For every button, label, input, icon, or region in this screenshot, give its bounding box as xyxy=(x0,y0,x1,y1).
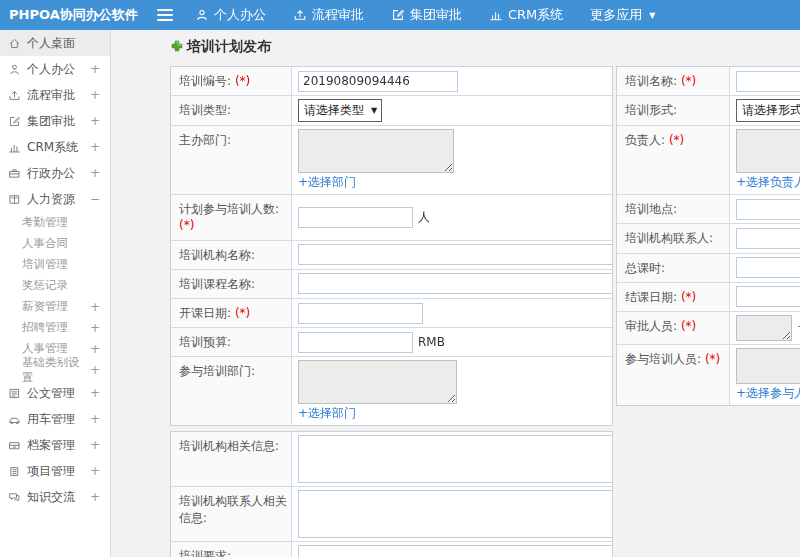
field-label: 主办部门: xyxy=(171,126,292,194)
training-name-input[interactable] xyxy=(736,71,800,92)
training-location-input[interactable] xyxy=(736,199,800,220)
training-org-contact-info-textarea[interactable] xyxy=(298,490,612,538)
topnav-label: 个人办公 xyxy=(214,6,266,24)
edit-icon xyxy=(8,115,21,128)
field-label: 培训机构联系人相关信息: xyxy=(171,487,292,541)
form-table-right: 培训名称: (*)培训形式:请选择形式▼负责人: (*)+选择负责人培训地点:培… xyxy=(616,66,800,406)
sidebar-item-hr-contract[interactable]: 人事合同 xyxy=(0,233,110,254)
expand-icon[interactable]: + xyxy=(90,140,100,154)
sidebar-item-admin-office[interactable]: 行政办公+ xyxy=(0,160,110,186)
sidebar-item-label: 基础类别设置 xyxy=(22,355,90,385)
field-label: 开课日期: (*) xyxy=(171,299,292,327)
approvers-picker-box[interactable] xyxy=(736,315,792,341)
expand-icon[interactable]: + xyxy=(90,412,100,426)
field-label-text: 培训机构名称: xyxy=(179,248,255,262)
topnav-label: 流程审批 xyxy=(312,6,364,24)
sidebar-item-vehicle-mgmt[interactable]: 用车管理+ xyxy=(0,406,110,432)
host-department-picker-box[interactable] xyxy=(298,129,454,173)
sidebar-item-group-approval[interactable]: 集团审批+ xyxy=(0,108,110,134)
chat-icon xyxy=(8,491,21,504)
topnav-more-apps[interactable]: 更多应用▼ xyxy=(590,6,655,24)
collapse-icon[interactable]: − xyxy=(90,192,100,206)
host-department-picker-link[interactable]: +选择部门 xyxy=(298,174,356,191)
training-type-select[interactable]: 请选择类型▼ xyxy=(298,99,382,122)
expand-icon[interactable]: + xyxy=(90,300,100,314)
app-brand: PHPOA协同办公软件 xyxy=(0,6,147,24)
total-class-hours-input[interactable] xyxy=(736,257,800,278)
form-row-training-type: 培训类型:请选择类型▼ xyxy=(171,96,612,126)
doc-icon xyxy=(8,387,21,400)
sidebar-item-training-mgmt[interactable]: 培训管理 xyxy=(0,254,110,275)
field-label-text: 培训机构相关信息: xyxy=(179,439,279,453)
sidebar-item-crm-system[interactable]: CRM系统+ xyxy=(0,134,110,160)
training-number-input[interactable] xyxy=(298,71,458,92)
training-org-info-textarea[interactable] xyxy=(298,435,612,483)
field-label-text: 负责人: xyxy=(625,133,665,147)
field-label: 计划参与培训人数: (*) xyxy=(171,195,292,239)
sidebar-item-knowledge-exchange[interactable]: 知识交流+ xyxy=(0,484,110,510)
topnav-crm-system[interactable]: CRM系统 xyxy=(489,6,563,24)
sidebar-item-label: 考勤管理 xyxy=(22,215,68,230)
field-label: 总课时: xyxy=(617,254,730,282)
sidebar-item-label: CRM系统 xyxy=(27,139,78,156)
expand-icon[interactable]: + xyxy=(90,342,100,356)
sidebar-item-document-mgmt[interactable]: 公文管理+ xyxy=(0,380,110,406)
field-label: 培训要求: xyxy=(171,542,292,557)
training-participants-picker-box[interactable] xyxy=(736,348,800,384)
sidebar: 个人桌面个人办公+流程审批+集团审批+CRM系统+行政办公+人力资源−考勤管理人… xyxy=(0,30,111,557)
topnav-label: 集团审批 xyxy=(410,6,462,24)
expand-icon[interactable]: + xyxy=(90,464,100,478)
start-date-input[interactable] xyxy=(298,303,423,324)
participating-departments-picker-link[interactable]: +选择部门 xyxy=(298,405,356,422)
menu-toggle-icon[interactable] xyxy=(157,9,173,21)
sidebar-item-personal-office[interactable]: 个人办公+ xyxy=(0,56,110,82)
expand-icon[interactable]: + xyxy=(90,166,100,180)
expand-icon[interactable]: + xyxy=(90,363,100,377)
training-participants-picker-link[interactable]: +选择参与人员 xyxy=(736,385,800,402)
expand-icon[interactable]: + xyxy=(90,88,100,102)
field-label: 参与培训部门: xyxy=(171,357,292,425)
expand-icon[interactable]: + xyxy=(90,438,100,452)
training-requirements-textarea[interactable] xyxy=(298,545,612,557)
person-in-charge-picker-box[interactable] xyxy=(736,129,800,173)
topnav-personal-office[interactable]: 个人办公 xyxy=(195,6,266,24)
field-label: 培训机构相关信息: xyxy=(171,432,292,486)
end-date-input[interactable] xyxy=(736,286,800,307)
expand-icon[interactable]: + xyxy=(90,490,100,504)
expand-icon[interactable]: + xyxy=(90,114,100,128)
sidebar-item-workflow-approval[interactable]: 流程审批+ xyxy=(0,82,110,108)
expand-icon[interactable]: + xyxy=(90,321,100,335)
training-budget-input[interactable] xyxy=(298,332,413,353)
expand-icon[interactable]: + xyxy=(90,62,100,76)
sidebar-item-salary-mgmt[interactable]: 薪资管理+ xyxy=(0,296,110,317)
topnav-workflow-approval[interactable]: 流程审批 xyxy=(293,6,364,24)
sidebar-item-recruit-mgmt[interactable]: 招聘管理+ xyxy=(0,317,110,338)
training-plan-form: 培训编号: (*)培训类型:请选择类型▼主办部门:+选择部门计划参与培训人数: … xyxy=(170,66,800,557)
field-label: 培训类型: xyxy=(171,96,292,125)
topnav-group-approval[interactable]: 集团审批 xyxy=(391,6,462,24)
sidebar-item-base-category-setting[interactable]: 基础类别设置+ xyxy=(0,359,110,380)
sidebar-item-personal-desktop[interactable]: 个人桌面 xyxy=(0,30,110,56)
sidebar-item-attendance-mgmt[interactable]: 考勤管理 xyxy=(0,212,110,233)
expand-icon[interactable]: + xyxy=(90,386,100,400)
sidebar-item-archive-mgmt[interactable]: 档案管理+ xyxy=(0,432,110,458)
sidebar-item-label: 个人办公 xyxy=(27,61,75,78)
person-in-charge-picker-link[interactable]: +选择负责人 xyxy=(736,174,800,191)
upload-icon xyxy=(293,8,307,22)
field-label: 培训形式: xyxy=(617,96,730,125)
form-row-person-in-charge: 负责人: (*)+选择负责人 xyxy=(617,126,800,195)
training-org-contact-input[interactable] xyxy=(736,228,800,249)
participating-departments-picker-box[interactable] xyxy=(298,360,457,404)
book-icon xyxy=(8,193,21,206)
training-org-name-input[interactable] xyxy=(298,244,612,265)
input-suffix: RMB xyxy=(418,335,445,349)
training-form-select[interactable]: 请选择形式▼ xyxy=(736,99,800,122)
field-label: 培训机构联系人: xyxy=(617,224,730,252)
form-row-training-course-name: 培训课程名称: xyxy=(171,270,612,299)
sidebar-item-project-mgmt[interactable]: 项目管理+ xyxy=(0,458,110,484)
sidebar-item-reward-punish-record[interactable]: 奖惩记录 xyxy=(0,275,110,296)
planned-participants-input[interactable] xyxy=(298,207,413,228)
sidebar-item-human-resources[interactable]: 人力资源− xyxy=(0,186,110,212)
training-course-name-input[interactable] xyxy=(298,273,612,294)
select-value: 请选择类型 xyxy=(304,102,364,119)
